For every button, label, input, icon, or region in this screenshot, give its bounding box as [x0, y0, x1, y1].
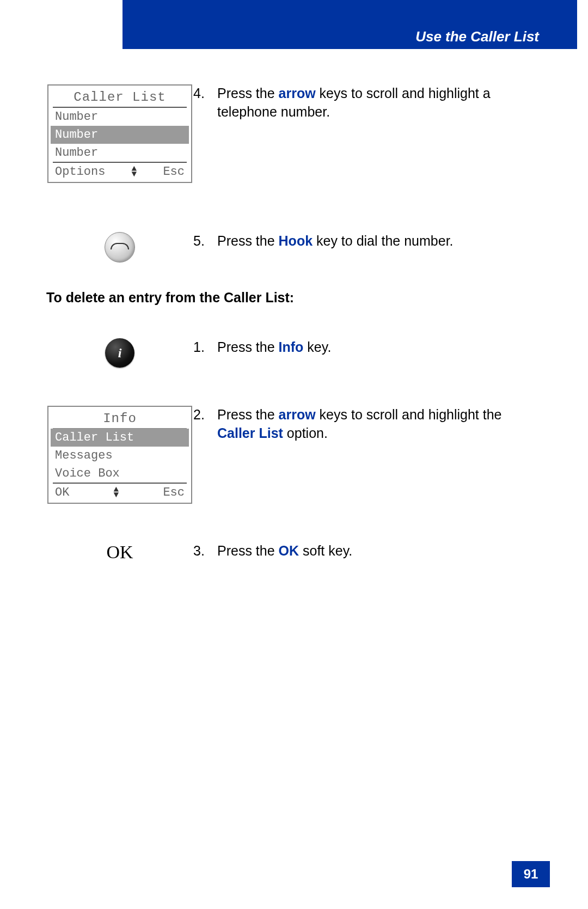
lcd2-softkey-right: Esc: [163, 486, 185, 499]
step5-pre: Press the: [217, 233, 279, 248]
stepD2: 2. Press the arrow keys to scroll and hi…: [193, 406, 542, 443]
lcd-caller-list: Caller List Number Number Number Options…: [47, 84, 192, 183]
info-glyph: i: [118, 346, 122, 361]
header-bar: Use the Caller List: [122, 0, 577, 49]
stepD3-row: OK 3. Press the OK soft key.: [46, 542, 542, 563]
stepD3: 3. Press the OK soft key.: [193, 542, 542, 560]
page-number-text: 91: [524, 867, 538, 882]
stepD3-kw-ok: OK: [279, 543, 299, 558]
lcd2-title: Info: [48, 407, 191, 428]
stepD2-num: 2.: [193, 406, 217, 424]
stepD1-num: 1.: [193, 338, 217, 357]
stepD1-pre: Press the: [217, 339, 279, 355]
lcd2-item-2: Voice Box: [48, 465, 191, 483]
lcd1-softkey-left: Options: [55, 165, 105, 179]
lcd2-item-1: Messages: [48, 447, 191, 465]
page-number: 91: [512, 861, 550, 887]
lcd1-item-2: Number: [48, 144, 191, 162]
lcd2-softkeys: OK ▲▼ Esc: [48, 484, 191, 503]
lcd2-softkey-left: OK: [55, 486, 69, 499]
content-area: Caller List Number Number Number Options…: [46, 84, 542, 590]
updown-arrow-icon: ▲▼: [114, 487, 119, 498]
step4: 4. Press the arrow keys to scroll and hi…: [193, 84, 542, 121]
stepD3-text: Press the OK soft key.: [217, 542, 542, 560]
stepD1: 1. Press the Info key.: [193, 338, 542, 357]
step4-text: Press the arrow keys to scroll and highl…: [217, 84, 542, 121]
stepD2-kw-callerlist: Caller List: [217, 425, 283, 441]
stepD1-row: i 1. Press the Info key.: [46, 338, 542, 368]
stepD2-text: Press the arrow keys to scroll and highl…: [217, 406, 542, 443]
updown-arrow-icon: ▲▼: [132, 167, 137, 177]
stepD1-post: key.: [303, 339, 331, 355]
header-title: Use the Caller List: [415, 28, 539, 45]
step4-pre: Press the: [217, 86, 279, 101]
info-key-icon: i: [105, 338, 134, 368]
delete-section-heading: To delete an entry from the Caller List:: [46, 290, 542, 306]
stepD2-mid: keys to scroll and highlight the: [316, 407, 502, 422]
step5: 5. Press the Hook key to dial the number…: [193, 232, 542, 251]
step5-row: 5. Press the Hook key to dial the number…: [46, 232, 542, 263]
stepD3-num: 3.: [193, 542, 217, 560]
stepD1-text: Press the Info key.: [217, 338, 542, 357]
stepD2-kw-arrow: arrow: [279, 407, 316, 422]
step4-row: Caller List Number Number Number Options…: [46, 84, 542, 183]
lcd1-title: Caller List: [48, 86, 191, 107]
step5-num: 5.: [193, 232, 217, 251]
ok-softkey-label: OK: [106, 542, 133, 563]
stepD1-kw-info: Info: [279, 339, 304, 355]
lcd1-item-0: Number: [48, 108, 191, 126]
stepD2-pre: Press the: [217, 407, 279, 422]
hook-key-icon: [105, 232, 135, 263]
step5-post: key to dial the number.: [313, 233, 453, 248]
step4-kw-arrow: arrow: [279, 86, 316, 101]
lcd1-item-1: Number: [51, 126, 189, 144]
lcd2-item-0: Caller List: [51, 429, 189, 447]
lcd1-softkeys: Options ▲▼ Esc: [48, 163, 191, 182]
lcd1-softkey-right: Esc: [163, 165, 185, 179]
step4-num: 4.: [193, 84, 217, 103]
step5-text: Press the Hook key to dial the number.: [217, 232, 542, 251]
lcd-info-menu: Info Caller List Messages Voice Box OK ▲…: [47, 406, 192, 504]
handset-icon: [111, 243, 129, 249]
step5-kw-hook: Hook: [279, 233, 313, 248]
stepD2-post: option.: [283, 425, 328, 441]
stepD3-pre: Press the: [217, 543, 279, 558]
stepD3-post: soft key.: [299, 543, 352, 558]
stepD2-row: Info Caller List Messages Voice Box OK ▲…: [46, 406, 542, 504]
